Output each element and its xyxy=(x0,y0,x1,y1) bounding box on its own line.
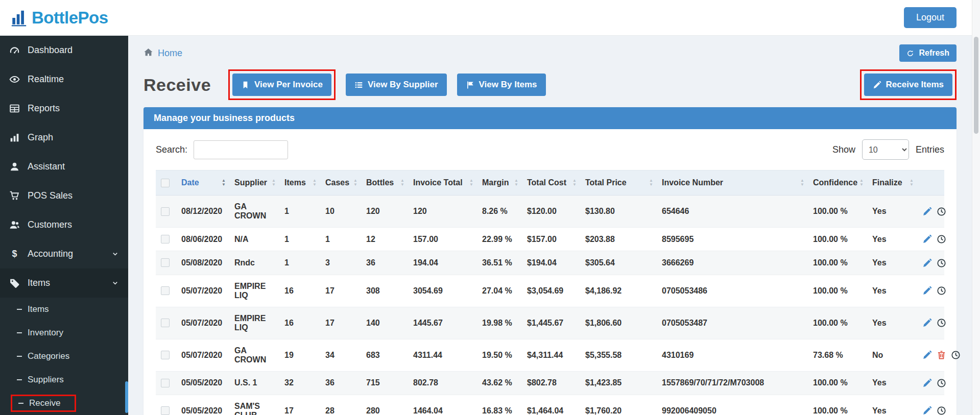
edit-icon[interactable] xyxy=(922,318,932,328)
row-checkbox[interactable] xyxy=(161,258,170,267)
column-header-invoice-total[interactable]: Invoice Total▲▼ xyxy=(408,170,477,196)
select-all-checkbox[interactable] xyxy=(161,179,170,187)
page-size-select[interactable]: 10 xyxy=(862,139,909,160)
user-icon xyxy=(9,161,20,172)
sidebar-subitem-suppliers[interactable]: Suppliers xyxy=(0,368,128,392)
cell-cases: 10 xyxy=(320,196,361,228)
edit-icon[interactable] xyxy=(922,406,932,415)
refresh-button[interactable]: Refresh xyxy=(899,44,957,62)
cell-total-price: $4,186.92 xyxy=(580,275,657,307)
row-select-cell xyxy=(156,339,176,371)
edit-icon[interactable] xyxy=(922,350,932,360)
history-icon[interactable] xyxy=(937,258,946,268)
sort-icon[interactable]: ▲▼ xyxy=(859,179,864,187)
row-checkbox[interactable] xyxy=(161,379,170,387)
customers-icon xyxy=(9,219,20,230)
history-icon[interactable] xyxy=(937,234,946,244)
row-select-cell xyxy=(156,307,176,339)
sort-icon[interactable]: ▲▼ xyxy=(400,179,404,187)
column-header-bottles[interactable]: Bottles▲▼ xyxy=(361,170,408,196)
sort-icon[interactable]: ▲▼ xyxy=(514,179,518,187)
breadcrumb-home-link[interactable]: Home xyxy=(158,48,182,59)
row-checkbox[interactable] xyxy=(161,351,170,359)
view-by-supplier-button[interactable]: View By Supplier xyxy=(346,74,447,96)
sort-icon[interactable]: ▲▼ xyxy=(313,179,317,187)
column-header-date[interactable]: Date▲▼ xyxy=(176,170,229,196)
column-header-items[interactable]: Items▲▼ xyxy=(279,170,320,196)
cell-confidence: 100.00 % xyxy=(808,395,867,415)
search-input[interactable] xyxy=(194,140,288,159)
sidebar-item-realtime[interactable]: Realtime xyxy=(0,65,128,94)
view-by-items-button[interactable]: View By Items xyxy=(457,74,546,96)
sidebar-subitem-inventory[interactable]: Inventory xyxy=(0,321,128,345)
edit-icon[interactable] xyxy=(922,258,932,268)
cell-total-price: $5,355.58 xyxy=(580,339,657,371)
cell-bottles: 683 xyxy=(361,339,408,371)
cell-total-cost: $120.00 xyxy=(522,196,580,228)
column-header-supplier[interactable]: Supplier▲▼ xyxy=(229,170,279,196)
column-header-total-price[interactable]: Total Price▲▼ xyxy=(580,170,657,196)
table-row: 05/05/2020SAM'S CLUB17282801464.0416.83 … xyxy=(156,395,944,415)
brand-logo[interactable]: BottlePos xyxy=(10,8,108,28)
row-checkbox[interactable] xyxy=(161,406,170,415)
edit-icon[interactable] xyxy=(922,286,932,296)
column-header-cases[interactable]: Cases▲▼ xyxy=(320,170,361,196)
cell-bottles: 120 xyxy=(361,196,408,228)
sidebar-subitem-categories[interactable]: Categories xyxy=(0,345,128,368)
cell-total-price: $130.80 xyxy=(580,196,657,228)
view-per-invoice-button[interactable]: View Per Invoice xyxy=(232,74,331,96)
sort-icon[interactable]: ▲▼ xyxy=(222,179,226,187)
scrollbar-thumb[interactable] xyxy=(974,37,978,134)
logout-button[interactable]: Logout xyxy=(904,7,957,28)
history-icon[interactable] xyxy=(937,207,946,216)
sidebar-item-customers[interactable]: Customers xyxy=(0,210,128,239)
sort-icon[interactable]: ▲▼ xyxy=(353,179,357,187)
sidebar-subitem-items[interactable]: Items xyxy=(0,298,128,321)
history-icon[interactable] xyxy=(951,350,961,360)
delete-icon[interactable] xyxy=(937,350,946,360)
sort-icon[interactable]: ▲▼ xyxy=(910,179,914,187)
sidebar-item-assistant[interactable]: Assistant xyxy=(0,152,128,181)
row-checkbox[interactable] xyxy=(161,319,170,327)
receive-items-button[interactable]: Receive Items xyxy=(864,74,952,96)
sort-icon[interactable]: ▲▼ xyxy=(272,179,276,187)
column-header-label: Invoice Total xyxy=(413,178,463,187)
cell-invoice-number: 0705053487 xyxy=(657,307,808,339)
cell-confidence: 100.00 % xyxy=(808,275,867,307)
sidebar-item-dashboard[interactable]: Dashboard xyxy=(0,36,128,65)
row-checkbox[interactable] xyxy=(161,286,170,295)
history-icon[interactable] xyxy=(937,286,946,296)
history-icon[interactable] xyxy=(937,318,946,328)
cell-confidence: 100.00 % xyxy=(808,251,867,275)
sidebar-item-label: Reports xyxy=(28,103,60,114)
column-header-total-cost[interactable]: Total Cost▲▼ xyxy=(522,170,580,196)
history-icon[interactable] xyxy=(937,406,946,415)
sort-icon[interactable]: ▲▼ xyxy=(649,179,653,187)
sort-icon[interactable]: ▲▼ xyxy=(572,179,577,187)
cell-items: 16 xyxy=(279,307,320,339)
cell-total-cost: $802.78 xyxy=(522,371,580,395)
row-checkbox[interactable] xyxy=(161,207,170,216)
sidebar-item-pos-sales[interactable]: POS Sales xyxy=(0,181,128,210)
edit-icon[interactable] xyxy=(922,234,932,244)
sidebar-subitem-receive[interactable]: Receive xyxy=(0,392,128,415)
column-header-finalize[interactable]: Finalize▲▼ xyxy=(867,170,917,196)
history-icon[interactable] xyxy=(937,378,946,388)
edit-icon[interactable] xyxy=(922,378,932,388)
table-body: 08/12/2020GA CROWN1101201208.26 %$120.00… xyxy=(156,196,944,415)
sidebar-item-items[interactable]: Items xyxy=(0,268,128,298)
sort-icon[interactable]: ▲▼ xyxy=(800,179,804,187)
sidebar-item-accounting[interactable]: $ Accounting xyxy=(0,239,128,268)
column-header-confidence[interactable]: Confidence▲▼ xyxy=(808,170,867,196)
edit-icon[interactable] xyxy=(922,207,932,216)
sidebar-item-graph[interactable]: Graph xyxy=(0,123,128,152)
column-header-invoice-number[interactable]: Invoice Number▲▼ xyxy=(657,170,808,196)
row-checkbox[interactable] xyxy=(161,235,170,243)
column-header-margin[interactable]: Margin▲▼ xyxy=(477,170,522,196)
sidebar-item-reports[interactable]: Reports xyxy=(0,94,128,123)
row-actions xyxy=(917,307,944,339)
cell-margin: 19.98 % xyxy=(477,307,522,339)
cell-supplier: SAM'S CLUB xyxy=(229,395,279,415)
page-scrollbar[interactable] xyxy=(972,0,980,415)
sort-icon[interactable]: ▲▼ xyxy=(469,179,473,187)
